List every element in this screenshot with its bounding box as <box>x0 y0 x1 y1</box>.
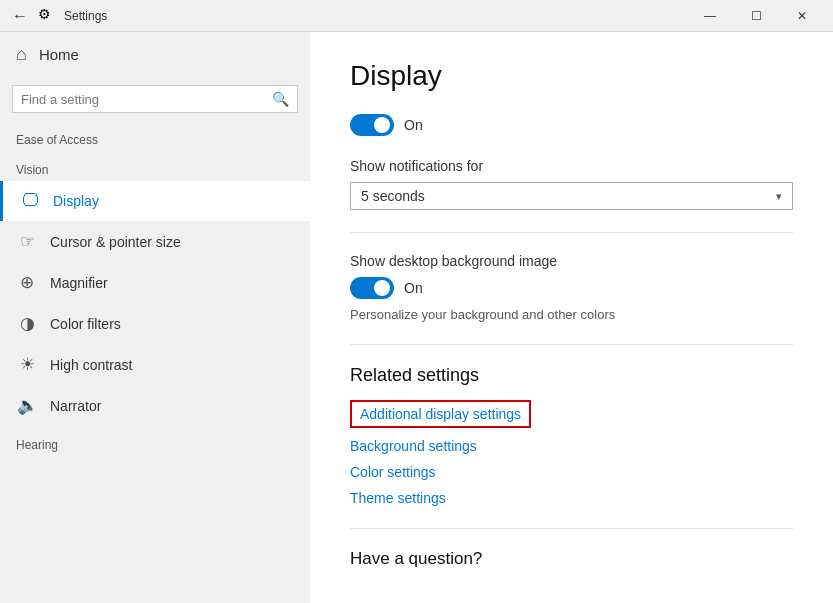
page-title: Display <box>350 60 793 92</box>
divider3 <box>350 528 793 529</box>
bg-toggle-label: On <box>404 280 423 296</box>
high-contrast-label: High contrast <box>50 357 132 373</box>
background-settings-link[interactable]: Background settings <box>350 438 793 454</box>
notification-toggle-row: On <box>350 114 793 136</box>
magnifier-icon: ⊕ <box>16 272 38 293</box>
sidebar: ⌂ Home 🔍 Ease of Access Vision 🖵 Display… <box>0 32 310 603</box>
close-button[interactable]: ✕ <box>779 0 825 32</box>
seconds-dropdown[interactable]: 5 seconds ▾ <box>350 182 793 210</box>
search-box[interactable]: 🔍 <box>12 85 298 113</box>
sidebar-item-narrator[interactable]: 🔈 Narrator <box>0 385 310 426</box>
color-settings-link[interactable]: Color settings <box>350 464 793 480</box>
display-label: Display <box>53 193 99 209</box>
background-toggle[interactable] <box>350 277 394 299</box>
search-input[interactable] <box>21 92 272 107</box>
background-row: Show desktop background image On Persona… <box>350 253 793 322</box>
color-filters-icon: ◑ <box>16 313 38 334</box>
main-container: ⌂ Home 🔍 Ease of Access Vision 🖵 Display… <box>0 32 833 603</box>
vision-label: Vision <box>0 151 310 181</box>
notify-label: Show notifications for <box>350 158 793 174</box>
theme-settings-link[interactable]: Theme settings <box>350 490 793 506</box>
sidebar-item-display[interactable]: 🖵 Display <box>0 181 310 221</box>
dropdown-arrow-icon: ▾ <box>776 190 782 203</box>
content-area: Display On Show notifications for 5 seco… <box>310 32 833 603</box>
bg-label: Show desktop background image <box>350 253 793 269</box>
color-filters-label: Color filters <box>50 316 121 332</box>
cursor-icon: ☞ <box>16 231 38 252</box>
minimize-button[interactable]: — <box>687 0 733 32</box>
notification-toggle-label: On <box>404 117 423 133</box>
high-contrast-icon: ☀ <box>16 354 38 375</box>
settings-icon: ⚙ <box>38 6 58 26</box>
divider1 <box>350 232 793 233</box>
notify-row: Show notifications for 5 seconds ▾ <box>350 158 793 210</box>
narrator-label: Narrator <box>50 398 101 414</box>
magnifier-label: Magnifier <box>50 275 108 291</box>
related-title: Related settings <box>350 365 793 386</box>
back-button[interactable]: ← <box>8 4 32 28</box>
sidebar-item-high-contrast[interactable]: ☀ High contrast <box>0 344 310 385</box>
have-question-label: Have a question? <box>350 549 793 569</box>
titlebar-title: Settings <box>64 9 107 23</box>
cursor-label: Cursor & pointer size <box>50 234 181 250</box>
ease-of-access-label: Ease of Access <box>0 121 310 151</box>
dropdown-value: 5 seconds <box>361 188 768 204</box>
related-settings-section: Related settings Additional display sett… <box>350 365 793 506</box>
sidebar-item-magnifier[interactable]: ⊕ Magnifier <box>0 262 310 303</box>
sidebar-item-color-filters[interactable]: ◑ Color filters <box>0 303 310 344</box>
home-icon: ⌂ <box>16 44 27 65</box>
home-label: Home <box>39 46 79 63</box>
divider2 <box>350 344 793 345</box>
titlebar: ← ⚙ Settings — ☐ ✕ <box>0 0 833 32</box>
search-icon: 🔍 <box>272 91 289 107</box>
hearing-label: Hearing <box>0 426 310 456</box>
notification-toggle[interactable] <box>350 114 394 136</box>
sidebar-item-home[interactable]: ⌂ Home <box>0 32 310 77</box>
sidebar-item-cursor[interactable]: ☞ Cursor & pointer size <box>0 221 310 262</box>
window-controls: — ☐ ✕ <box>687 0 825 32</box>
maximize-button[interactable]: ☐ <box>733 0 779 32</box>
narrator-icon: 🔈 <box>16 395 38 416</box>
bg-desc: Personalize your background and other co… <box>350 307 793 322</box>
additional-display-link[interactable]: Additional display settings <box>350 400 531 428</box>
display-icon: 🖵 <box>19 191 41 211</box>
